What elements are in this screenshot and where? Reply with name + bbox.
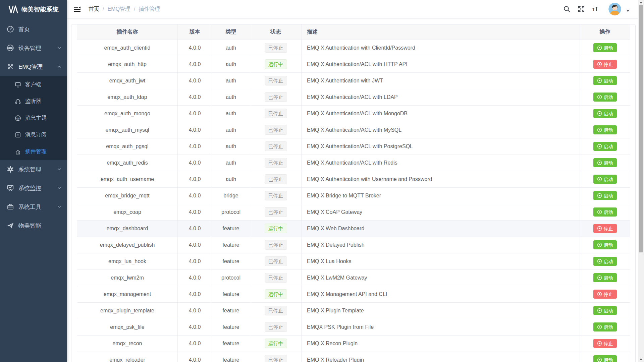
sidebar-item-plugins[interactable]: 插件管理 bbox=[0, 143, 67, 160]
fullscreen-icon[interactable] bbox=[578, 5, 585, 13]
start-plugin-button[interactable]: 启动 bbox=[593, 207, 617, 217]
table-row: emqx_reloader4.0.0feature已停止EMQ X Reload… bbox=[77, 352, 630, 362]
sidebar: 物美智能系统 首页设备管理EMQ管理客户端监听器@消息主题消息订阅插件管理系统管… bbox=[0, 0, 67, 362]
play-circle-icon bbox=[597, 209, 602, 215]
cell-type: feature bbox=[212, 220, 250, 237]
play-circle-icon bbox=[597, 242, 602, 247]
cell-name: emqx_psk_file bbox=[77, 319, 178, 335]
status-badge: 运行中 bbox=[265, 224, 287, 233]
start-plugin-button[interactable]: 启动 bbox=[593, 76, 617, 85]
start-plugin-button[interactable]: 启动 bbox=[593, 175, 617, 184]
sidebar-item-home[interactable]: 首页 bbox=[0, 20, 67, 39]
start-plugin-button[interactable]: 启动 bbox=[593, 257, 617, 266]
button-label: 启动 bbox=[604, 308, 613, 313]
sidebar-item-device[interactable]: 设备管理 bbox=[0, 39, 67, 57]
sidebar-item-system[interactable]: 系统管理 bbox=[0, 160, 67, 179]
stop-plugin-button[interactable]: 停止 bbox=[593, 339, 617, 348]
paper-plane-icon bbox=[7, 222, 14, 229]
cell-status: 已停止 bbox=[250, 122, 302, 138]
cell-version: 4.0.0 bbox=[178, 56, 212, 72]
start-plugin-button[interactable]: 启动 bbox=[593, 355, 617, 362]
play-circle-icon bbox=[597, 127, 602, 132]
button-label: 停止 bbox=[604, 341, 613, 346]
sidebar-item-monitor[interactable]: 系统监控 bbox=[0, 179, 67, 197]
sidebar-fold-icon[interactable] bbox=[73, 6, 81, 13]
cell-name: emqx_auth_mongo bbox=[77, 105, 178, 122]
stop-plugin-button[interactable]: 停止 bbox=[593, 290, 617, 299]
play-circle-icon bbox=[597, 275, 602, 280]
cell-description: EMQ X Authentication/ACL with MySQL bbox=[302, 122, 580, 138]
start-plugin-button[interactable]: 启动 bbox=[593, 191, 617, 200]
cell-version: 4.0.0 bbox=[178, 105, 212, 122]
stop-plugin-button[interactable]: 停止 bbox=[593, 60, 617, 69]
start-plugin-button[interactable]: 启动 bbox=[593, 125, 617, 134]
cell-status: 已停止 bbox=[250, 269, 302, 286]
sidebar-item-clients[interactable]: 客户端 bbox=[0, 76, 67, 93]
search-icon[interactable] bbox=[563, 5, 571, 13]
start-plugin-button[interactable]: 启动 bbox=[593, 142, 617, 151]
cell-description: EMQ X Authentication/ACL with Redis bbox=[302, 155, 580, 171]
client-icon bbox=[15, 81, 21, 88]
cell-version: 4.0.0 bbox=[178, 89, 212, 105]
button-label: 启动 bbox=[604, 177, 613, 182]
stop-plugin-button[interactable]: 停止 bbox=[593, 224, 617, 233]
scrollbar-thumb[interactable] bbox=[639, 5, 643, 252]
table-row: emqx_delayed_publish4.0.0feature已停止EMQ X… bbox=[77, 237, 630, 253]
sidebar-item-topics[interactable]: @消息主题 bbox=[0, 110, 67, 126]
start-plugin-button[interactable]: 启动 bbox=[593, 240, 617, 249]
breadcrumb-item: EMQ管理 bbox=[107, 6, 130, 13]
cell-action: 启动 bbox=[580, 40, 630, 56]
play-circle-icon bbox=[597, 144, 602, 149]
cell-name: emqx_management bbox=[77, 286, 178, 302]
status-badge: 已停止 bbox=[265, 256, 287, 266]
sidebar-item-tools[interactable]: 系统工具 bbox=[0, 197, 67, 216]
caret-down-icon[interactable] bbox=[626, 8, 630, 13]
button-label: 启动 bbox=[604, 78, 613, 83]
cell-description: EMQ X Web Dashboard bbox=[302, 220, 580, 237]
app-logo[interactable]: 物美智能系统 bbox=[0, 0, 67, 18]
cell-description: EMQ X Reloader Plugin bbox=[302, 352, 580, 362]
table-row: emqx_auth_clientid4.0.0auth已停止EMQ X Auth… bbox=[77, 40, 630, 56]
cell-type: auth bbox=[212, 40, 250, 56]
cell-version: 4.0.0 bbox=[178, 302, 212, 319]
cell-status: 已停止 bbox=[250, 253, 302, 269]
scroll-up-arrow[interactable] bbox=[638, 0, 644, 5]
breadcrumb-item[interactable]: 首页 bbox=[89, 6, 99, 13]
play-circle-icon bbox=[597, 357, 602, 362]
start-plugin-button[interactable]: 启动 bbox=[593, 306, 617, 315]
cell-version: 4.0.0 bbox=[178, 187, 212, 204]
dashboard-icon bbox=[7, 25, 14, 33]
status-badge: 已停止 bbox=[265, 322, 287, 332]
cell-name: emqx_recon bbox=[77, 335, 178, 352]
cell-name: emqx_plugin_template bbox=[77, 302, 178, 319]
start-plugin-button[interactable]: 启动 bbox=[593, 273, 617, 282]
scroll-down-arrow[interactable] bbox=[638, 357, 644, 362]
sidebar-item-listeners[interactable]: 监听器 bbox=[0, 93, 67, 110]
cell-version: 4.0.0 bbox=[178, 335, 212, 352]
sidebar-item-label: 客户端 bbox=[25, 81, 41, 88]
cell-action: 启动 bbox=[580, 352, 630, 362]
play-circle-icon bbox=[597, 193, 602, 198]
sidebar-item-emq[interactable]: EMQ管理 bbox=[0, 57, 67, 76]
sidebar-menu: 首页设备管理EMQ管理客户端监听器@消息主题消息订阅插件管理系统管理系统监控系统… bbox=[0, 18, 67, 235]
cell-description: EMQ X Lua Hooks bbox=[302, 253, 580, 269]
cell-type: auth bbox=[212, 56, 250, 72]
start-plugin-button[interactable]: 启动 bbox=[593, 158, 617, 167]
table-body: emqx_auth_clientid4.0.0auth已停止EMQ X Auth… bbox=[77, 40, 630, 362]
start-plugin-button[interactable]: 启动 bbox=[593, 109, 617, 118]
vertical-scrollbar[interactable] bbox=[638, 0, 644, 362]
sidebar-item-wumei[interactable]: 物美智能 bbox=[0, 216, 67, 235]
cell-action: 启动 bbox=[580, 122, 630, 138]
cell-name: emqx_auth_clientid bbox=[77, 40, 178, 56]
start-plugin-button[interactable]: 启动 bbox=[593, 322, 617, 331]
start-plugin-button[interactable]: 启动 bbox=[593, 93, 617, 102]
gear-icon bbox=[7, 166, 14, 173]
cell-description: EMQ X Management API and CLI bbox=[302, 286, 580, 302]
avatar[interactable] bbox=[608, 3, 621, 15]
sidebar-item-subscriptions[interactable]: 消息订阅 bbox=[0, 126, 67, 143]
button-label: 启动 bbox=[604, 193, 613, 198]
start-plugin-button[interactable]: 启动 bbox=[593, 43, 617, 52]
font-size-icon[interactable]: TT bbox=[592, 5, 599, 13]
cell-version: 4.0.0 bbox=[178, 269, 212, 286]
cell-type: protocol bbox=[212, 204, 250, 220]
